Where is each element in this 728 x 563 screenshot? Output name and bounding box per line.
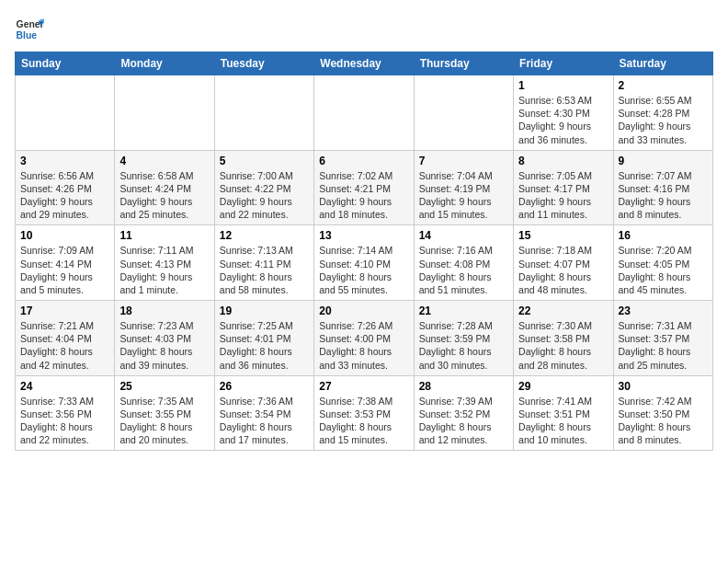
- calendar-cell: 8Sunrise: 7:05 AM Sunset: 4:17 PM Daylig…: [514, 150, 613, 225]
- day-info: Sunrise: 6:56 AM Sunset: 4:26 PM Dayligh…: [20, 169, 109, 222]
- calendar-cell: 21Sunrise: 7:28 AM Sunset: 3:59 PM Dayli…: [414, 301, 513, 376]
- day-info: Sunrise: 7:39 AM Sunset: 3:52 PM Dayligh…: [419, 395, 508, 447]
- calendar-cell: 18Sunrise: 7:23 AM Sunset: 4:03 PM Dayli…: [115, 301, 214, 376]
- day-info: Sunrise: 7:31 AM Sunset: 3:57 PM Dayligh…: [619, 319, 708, 372]
- calendar-cell: [214, 75, 313, 151]
- calendar-cell: [115, 75, 214, 151]
- day-number: 2: [619, 79, 708, 92]
- day-number: 3: [20, 155, 109, 167]
- day-number: 6: [319, 155, 408, 167]
- calendar-cell: 27Sunrise: 7:38 AM Sunset: 3:53 PM Dayli…: [314, 375, 414, 451]
- calendar-cell: 16Sunrise: 7:20 AM Sunset: 4:05 PM Dayli…: [613, 225, 712, 301]
- day-info: Sunrise: 7:09 AM Sunset: 4:14 PM Dayligh…: [20, 244, 109, 296]
- logo-icon: General Blue: [15, 15, 44, 44]
- day-info: Sunrise: 7:23 AM Sunset: 4:03 PM Dayligh…: [119, 319, 209, 372]
- day-number: 24: [20, 380, 109, 393]
- calendar: SundayMondayTuesdayWednesdayThursdayFrid…: [15, 52, 713, 451]
- calendar-cell: 13Sunrise: 7:14 AM Sunset: 4:10 PM Dayli…: [314, 225, 414, 301]
- calendar-week-row: 10Sunrise: 7:09 AM Sunset: 4:14 PM Dayli…: [16, 225, 713, 301]
- calendar-cell: 24Sunrise: 7:33 AM Sunset: 3:56 PM Dayli…: [16, 375, 115, 451]
- calendar-cell: [16, 75, 115, 151]
- calendar-cell: 25Sunrise: 7:35 AM Sunset: 3:55 PM Dayli…: [115, 375, 214, 451]
- calendar-cell: 29Sunrise: 7:41 AM Sunset: 3:51 PM Dayli…: [514, 375, 613, 451]
- day-info: Sunrise: 7:04 AM Sunset: 4:19 PM Dayligh…: [419, 169, 508, 222]
- day-number: 26: [220, 380, 309, 393]
- svg-text:Blue: Blue: [17, 30, 38, 40]
- day-info: Sunrise: 7:02 AM Sunset: 4:21 PM Dayligh…: [319, 169, 408, 222]
- day-info: Sunrise: 7:28 AM Sunset: 3:59 PM Dayligh…: [419, 319, 508, 372]
- calendar-cell: 28Sunrise: 7:39 AM Sunset: 3:52 PM Dayli…: [414, 375, 513, 451]
- calendar-cell: [314, 75, 414, 151]
- day-number: 9: [619, 155, 708, 167]
- day-info: Sunrise: 7:18 AM Sunset: 4:07 PM Dayligh…: [518, 244, 608, 296]
- calendar-cell: 20Sunrise: 7:26 AM Sunset: 4:00 PM Dayli…: [314, 301, 414, 376]
- day-number: 11: [119, 229, 209, 242]
- calendar-cell: 15Sunrise: 7:18 AM Sunset: 4:07 PM Dayli…: [514, 225, 613, 301]
- header-wednesday: Wednesday: [314, 52, 414, 75]
- calendar-cell: 5Sunrise: 7:00 AM Sunset: 4:22 PM Daylig…: [214, 150, 313, 225]
- calendar-cell: 11Sunrise: 7:11 AM Sunset: 4:13 PM Dayli…: [115, 225, 214, 301]
- day-number: 8: [518, 155, 608, 167]
- day-info: Sunrise: 7:11 AM Sunset: 4:13 PM Dayligh…: [119, 244, 209, 296]
- calendar-cell: 6Sunrise: 7:02 AM Sunset: 4:21 PM Daylig…: [314, 150, 414, 225]
- logo: General Blue: [15, 15, 48, 44]
- day-number: 14: [419, 229, 508, 242]
- header-tuesday: Tuesday: [214, 52, 313, 75]
- calendar-cell: 14Sunrise: 7:16 AM Sunset: 4:08 PM Dayli…: [414, 225, 513, 301]
- calendar-cell: 3Sunrise: 6:56 AM Sunset: 4:26 PM Daylig…: [16, 150, 115, 225]
- day-number: 5: [220, 155, 309, 167]
- day-info: Sunrise: 7:21 AM Sunset: 4:04 PM Dayligh…: [20, 319, 109, 372]
- day-info: Sunrise: 7:13 AM Sunset: 4:11 PM Dayligh…: [220, 244, 309, 296]
- calendar-cell: 23Sunrise: 7:31 AM Sunset: 3:57 PM Dayli…: [613, 301, 712, 376]
- calendar-week-row: 3Sunrise: 6:56 AM Sunset: 4:26 PM Daylig…: [16, 150, 713, 225]
- calendar-cell: 30Sunrise: 7:42 AM Sunset: 3:50 PM Dayli…: [613, 375, 712, 451]
- day-number: 27: [319, 380, 408, 393]
- day-info: Sunrise: 7:26 AM Sunset: 4:00 PM Dayligh…: [319, 319, 408, 372]
- day-number: 15: [518, 229, 608, 242]
- day-number: 25: [119, 380, 209, 393]
- day-number: 30: [619, 380, 708, 393]
- day-number: 13: [319, 229, 408, 242]
- header-sunday: Sunday: [16, 52, 115, 75]
- calendar-cell: 9Sunrise: 7:07 AM Sunset: 4:16 PM Daylig…: [613, 150, 712, 225]
- calendar-week-row: 1Sunrise: 6:53 AM Sunset: 4:30 PM Daylig…: [16, 75, 713, 151]
- day-number: 7: [419, 155, 508, 167]
- day-info: Sunrise: 7:41 AM Sunset: 3:51 PM Dayligh…: [518, 395, 608, 447]
- day-number: 16: [619, 229, 708, 242]
- day-number: 21: [419, 304, 508, 317]
- calendar-cell: 4Sunrise: 6:58 AM Sunset: 4:24 PM Daylig…: [115, 150, 214, 225]
- calendar-week-row: 17Sunrise: 7:21 AM Sunset: 4:04 PM Dayli…: [16, 301, 713, 376]
- day-info: Sunrise: 7:20 AM Sunset: 4:05 PM Dayligh…: [619, 244, 708, 296]
- calendar-cell: 19Sunrise: 7:25 AM Sunset: 4:01 PM Dayli…: [214, 301, 313, 376]
- day-info: Sunrise: 7:14 AM Sunset: 4:10 PM Dayligh…: [319, 244, 408, 296]
- calendar-cell: [414, 75, 513, 151]
- calendar-cell: 22Sunrise: 7:30 AM Sunset: 3:58 PM Dayli…: [514, 301, 613, 376]
- day-number: 4: [119, 155, 209, 167]
- day-info: Sunrise: 7:35 AM Sunset: 3:55 PM Dayligh…: [119, 395, 209, 447]
- calendar-cell: 1Sunrise: 6:53 AM Sunset: 4:30 PM Daylig…: [514, 75, 613, 151]
- header: General Blue: [15, 15, 713, 44]
- calendar-header-row: SundayMondayTuesdayWednesdayThursdayFrid…: [16, 52, 713, 75]
- header-saturday: Saturday: [613, 52, 712, 75]
- day-number: 28: [419, 380, 508, 393]
- day-info: Sunrise: 6:58 AM Sunset: 4:24 PM Dayligh…: [119, 169, 209, 222]
- calendar-cell: 17Sunrise: 7:21 AM Sunset: 4:04 PM Dayli…: [16, 301, 115, 376]
- day-info: Sunrise: 7:16 AM Sunset: 4:08 PM Dayligh…: [419, 244, 508, 296]
- day-number: 23: [619, 304, 708, 317]
- header-friday: Friday: [514, 52, 613, 75]
- day-info: Sunrise: 6:55 AM Sunset: 4:28 PM Dayligh…: [619, 94, 708, 146]
- calendar-cell: 2Sunrise: 6:55 AM Sunset: 4:28 PM Daylig…: [613, 75, 712, 151]
- calendar-cell: 10Sunrise: 7:09 AM Sunset: 4:14 PM Dayli…: [16, 225, 115, 301]
- day-number: 29: [518, 380, 608, 393]
- day-number: 12: [220, 229, 309, 242]
- day-number: 18: [119, 304, 209, 317]
- day-info: Sunrise: 7:30 AM Sunset: 3:58 PM Dayligh…: [518, 319, 608, 372]
- calendar-cell: 12Sunrise: 7:13 AM Sunset: 4:11 PM Dayli…: [214, 225, 313, 301]
- day-info: Sunrise: 7:05 AM Sunset: 4:17 PM Dayligh…: [518, 169, 608, 222]
- day-number: 1: [518, 79, 608, 92]
- calendar-cell: 26Sunrise: 7:36 AM Sunset: 3:54 PM Dayli…: [214, 375, 313, 451]
- day-info: Sunrise: 7:07 AM Sunset: 4:16 PM Dayligh…: [619, 169, 708, 222]
- day-info: Sunrise: 7:42 AM Sunset: 3:50 PM Dayligh…: [619, 395, 708, 447]
- day-number: 22: [518, 304, 608, 317]
- day-number: 10: [20, 229, 109, 242]
